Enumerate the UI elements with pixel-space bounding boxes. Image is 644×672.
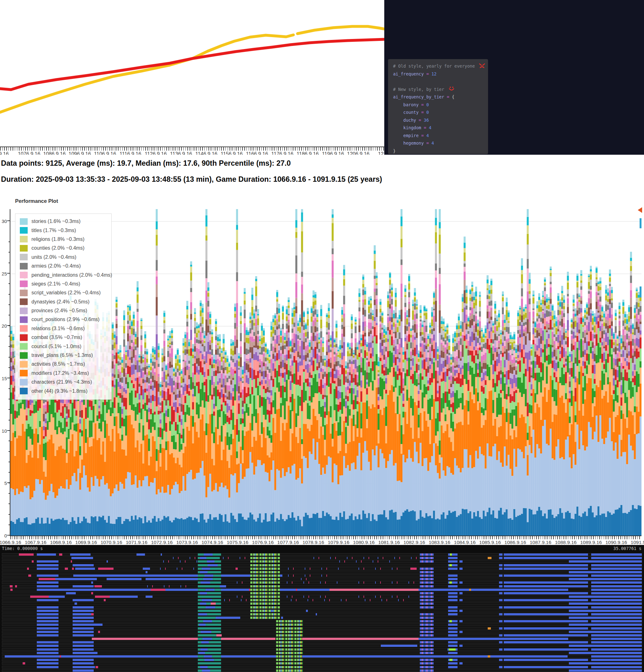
trace-span	[250, 613, 280, 615]
timeline-track	[2, 637, 642, 640]
legend-label: court_positions (2.9% ~0.6ms)	[32, 317, 100, 322]
timeline-track-row[interactable]	[0, 556, 644, 560]
trace-span	[72, 567, 74, 570]
timeline-track-row[interactable]	[0, 644, 644, 647]
trace-span	[236, 567, 237, 570]
trace-span	[499, 553, 502, 556]
trace-span	[448, 599, 458, 601]
timeline-track-row[interactable]	[0, 595, 644, 598]
trace-span	[73, 606, 94, 609]
trace-span	[271, 610, 273, 612]
timeline-track-row[interactable]	[0, 564, 644, 567]
stacked-bar-plot-area[interactable]: stories (1.6% ~0.3ms)titles (1.7% ~0.3ms…	[10, 209, 642, 536]
profiler-timeline: Time: 0.000000 s 35.007761 s	[0, 545, 644, 672]
timeline-track-row[interactable]	[0, 658, 644, 662]
timeline-track	[2, 606, 642, 609]
timeline-track-row[interactable]	[0, 637, 644, 640]
legend-item: religions (1.8% ~0.3ms)	[20, 235, 107, 244]
timeline-track-row[interactable]	[0, 585, 644, 588]
timeline-track	[2, 623, 642, 626]
trace-span	[591, 655, 642, 658]
timeline-track-row[interactable]	[0, 648, 644, 651]
timeline-track-row[interactable]	[0, 651, 644, 655]
trace-span	[569, 645, 642, 647]
timeline-track-row[interactable]	[0, 605, 644, 609]
trace-span	[410, 567, 417, 570]
trace-span	[107, 578, 142, 580]
timeline-tracks[interactable]	[0, 553, 644, 672]
trace-span	[37, 631, 59, 633]
code-line: county = 0	[393, 108, 488, 116]
trace-span	[37, 652, 59, 654]
trace-span	[420, 627, 434, 629]
trace-span	[10, 585, 12, 587]
timeline-track-row[interactable]	[0, 640, 644, 644]
trace-span	[499, 599, 502, 601]
timeline-track-row[interactable]	[0, 609, 644, 613]
timeline-track-row[interactable]	[0, 588, 644, 591]
timeline-track-row[interactable]	[0, 598, 644, 602]
trace-span	[504, 575, 588, 577]
trace-span	[448, 662, 458, 664]
timeline-track-row[interactable]	[0, 620, 644, 623]
trace-span	[107, 560, 108, 563]
trace-span	[420, 634, 434, 636]
timeline-track-row[interactable]	[0, 553, 644, 556]
trace-span	[204, 575, 213, 577]
trace-span	[591, 620, 642, 622]
trace-span	[276, 645, 303, 647]
trace-span	[198, 585, 221, 587]
trace-span	[198, 645, 221, 647]
trace-span	[460, 599, 463, 601]
legend-label: provinces (2.4% ~0.5ms)	[32, 308, 87, 313]
timeline-track-row[interactable]	[0, 574, 644, 577]
timeline-track	[2, 592, 642, 595]
trace-span	[250, 581, 280, 584]
trace-span	[381, 645, 417, 647]
timeline-track-row[interactable]	[0, 630, 644, 634]
timeline-track-row[interactable]	[0, 577, 644, 581]
trace-span	[460, 567, 463, 570]
trace-span	[198, 662, 221, 664]
timeline-track-row[interactable]	[0, 560, 644, 563]
trace-span	[250, 578, 280, 580]
legend-swatch	[20, 388, 28, 394]
timeline-track-row[interactable]	[0, 662, 644, 665]
trace-span	[207, 564, 218, 566]
timeline-track-row[interactable]	[0, 567, 644, 571]
trace-span	[220, 585, 226, 587]
trace-span	[73, 627, 94, 629]
trace-span	[448, 585, 458, 587]
timeline-track-row[interactable]	[0, 669, 644, 672]
trace-span	[73, 624, 103, 626]
trace-span	[250, 553, 280, 556]
trace-span	[202, 670, 210, 672]
trace-span	[419, 589, 568, 591]
timeline-track-row[interactable]	[0, 665, 644, 669]
timeline-track-row[interactable]	[0, 655, 644, 658]
trace-span	[276, 666, 303, 668]
trace-span	[569, 560, 642, 563]
trace-span	[569, 596, 642, 598]
timeline-track-row[interactable]	[0, 634, 644, 637]
timeline-track-row[interactable]	[0, 613, 644, 616]
trend-line-chart[interactable]: 9.161076.9.161086.9.161096.9.161106.9.16…	[0, 0, 384, 157]
trace-span	[73, 659, 94, 661]
timeline-track-row[interactable]	[0, 623, 644, 626]
timeline-track-row[interactable]	[0, 581, 644, 584]
legend-label: relations (3.1% ~0.6ms)	[32, 326, 85, 332]
trace-span	[161, 553, 162, 556]
trace-span	[91, 592, 93, 594]
trace-span	[199, 652, 205, 654]
trace-span	[37, 553, 56, 556]
timeline-track-row[interactable]	[0, 602, 644, 605]
trace-span	[276, 652, 303, 654]
timeline-track-row[interactable]	[0, 616, 644, 620]
legend-item: armies (2.0% ~0.4ms)	[20, 262, 107, 271]
trace-span	[420, 581, 434, 584]
trace-span	[460, 592, 463, 594]
timeline-track-row[interactable]	[0, 571, 644, 574]
perf-x-tick-label: 1090.9.16	[605, 540, 627, 545]
timeline-track-row[interactable]	[0, 591, 644, 595]
timeline-track-row[interactable]	[0, 627, 644, 630]
